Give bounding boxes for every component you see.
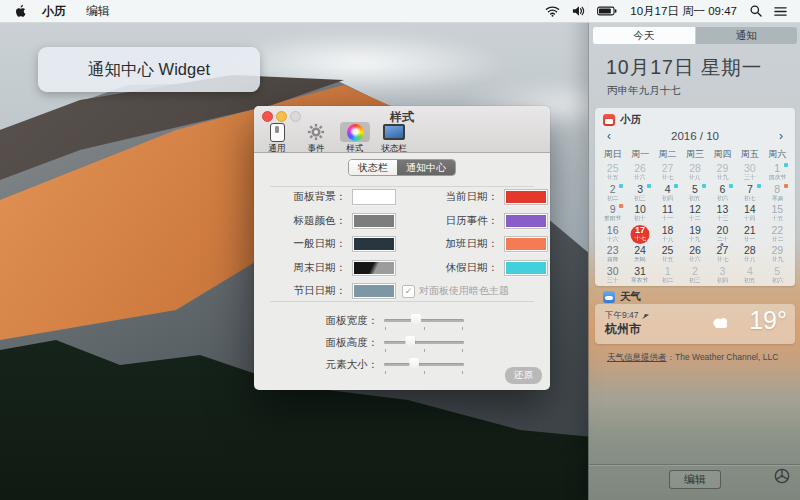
calendar-cell[interactable]: 9重阳节: [599, 204, 626, 225]
next-month-button[interactable]: ›: [773, 129, 789, 143]
calendar-cell[interactable]: 25廿五: [654, 245, 681, 266]
segment-statusbar[interactable]: 状态栏: [349, 160, 397, 175]
calendar-cell[interactable]: 30三十: [599, 266, 626, 287]
menu-item-edit[interactable]: 编辑: [76, 0, 120, 22]
calendar-cell[interactable]: 31寒衣节: [626, 266, 653, 287]
calendar-cell[interactable]: 15十五: [764, 204, 791, 225]
color-well-current-date[interactable]: [504, 189, 548, 205]
calendar-cell[interactable]: 27廿七: [709, 245, 736, 266]
notification-center-tabs: 今天 通知: [593, 27, 797, 44]
color-well-holiday-date[interactable]: [504, 260, 548, 276]
toolbar-item-statusbar[interactable]: 状态栏: [376, 122, 412, 155]
wifi-icon[interactable]: [542, 0, 563, 22]
toolbar-item-general[interactable]: 通用: [259, 122, 295, 155]
color-well-weekend-date[interactable]: [352, 260, 396, 276]
calendar-cell[interactable]: 19十九: [681, 225, 708, 246]
widget-store-icon[interactable]: [773, 467, 791, 485]
calendar-cell[interactable]: 20二十: [709, 225, 736, 246]
calendar-cell-today[interactable]: 17十七: [626, 225, 653, 246]
calendar-cell[interactable]: 30三十: [736, 163, 763, 184]
tab-today[interactable]: 今天: [593, 27, 695, 44]
apple-menu-icon[interactable]: [0, 4, 32, 18]
calendar-cell[interactable]: 16十六: [599, 225, 626, 246]
calendar-cell[interactable]: 28廿八: [681, 163, 708, 184]
calendar-cell[interactable]: 25廿五: [599, 163, 626, 184]
slider-thumb[interactable]: [405, 336, 415, 349]
calendar-cell[interactable]: 2初三: [681, 266, 708, 287]
calendar-cell[interactable]: 1初二: [654, 266, 681, 287]
calendar-cell[interactable]: 29廿九: [709, 163, 736, 184]
toolbar-item-events[interactable]: 事件: [298, 122, 334, 155]
calendar-cell[interactable]: 1国庆节: [764, 163, 791, 184]
edit-widgets-button[interactable]: 编辑: [669, 470, 721, 489]
today-lunar-date: 丙申年九月十七: [607, 84, 681, 98]
color-well-festival-date[interactable]: [352, 283, 396, 299]
rest-day-flag: [619, 184, 623, 188]
calendar-cell[interactable]: 29廿九: [764, 245, 791, 266]
calendar-cell[interactable]: 18十八: [654, 225, 681, 246]
calendar-app-icon: [603, 114, 615, 126]
panel-height-slider[interactable]: [384, 341, 464, 344]
rest-day-flag: [702, 184, 706, 188]
notification-center-icon[interactable]: [771, 0, 790, 22]
calendar-cell[interactable]: 5初五: [681, 184, 708, 205]
calendar-cell[interactable]: 2初二: [599, 184, 626, 205]
calendar-cell[interactable]: 11十一: [654, 204, 681, 225]
calendar-cell[interactable]: 28廿八: [736, 245, 763, 266]
calendar-cell[interactable]: 6初六: [709, 184, 736, 205]
weather-provider-link[interactable]: 天气信息提供者: [607, 352, 667, 362]
calendar-cell[interactable]: 12十二: [681, 204, 708, 225]
slider-row-panel-width: 面板宽度：: [254, 311, 550, 331]
calendar-cell[interactable]: 23霜降: [599, 245, 626, 266]
calendar-cell[interactable]: 10初十: [626, 204, 653, 225]
calendar-cell[interactable]: 4初四: [654, 184, 681, 205]
weekday-label: 周四: [709, 148, 736, 161]
spotlight-search-icon[interactable]: [747, 0, 765, 22]
slider-thumb[interactable]: [409, 358, 419, 371]
segment-notification-center[interactable]: 通知中心: [397, 160, 455, 175]
color-well-workday-date[interactable]: [504, 236, 548, 252]
slider-thumb[interactable]: [411, 314, 421, 327]
calendar-month-label: 2016 / 10: [595, 130, 795, 142]
calendar-cell[interactable]: 24天蝎: [626, 245, 653, 266]
calendar-cell[interactable]: 26廿六: [626, 163, 653, 184]
restore-button[interactable]: 还原: [505, 367, 542, 384]
calendar-cell[interactable]: 7初七: [736, 184, 763, 205]
location-arrow-icon: [642, 312, 650, 320]
calendar-cell[interactable]: 27廿七: [654, 163, 681, 184]
weather-app-icon: [603, 291, 615, 303]
menu-app-name[interactable]: 小历: [32, 0, 76, 22]
calendar-cell[interactable]: 13十三: [709, 204, 736, 225]
calendar-cell[interactable]: 5初六: [764, 266, 791, 287]
rest-day-flag: [757, 184, 761, 188]
calendar-cell[interactable]: 3初三: [626, 184, 653, 205]
calendar-cell[interactable]: 22廿二: [764, 225, 791, 246]
color-well-panel-background[interactable]: [352, 189, 396, 205]
calendar-cell[interactable]: 21廿一: [736, 225, 763, 246]
color-well-calendar-events[interactable]: [504, 213, 548, 229]
toolbar-item-style-selected[interactable]: 样式: [337, 122, 373, 155]
calendar-cell[interactable]: 26廿六: [681, 245, 708, 266]
color-well-normal-date[interactable]: [352, 236, 396, 252]
weather-widget-title: 天气: [620, 290, 641, 304]
menu-bar-clock[interactable]: 10月17日 周一 09:47: [626, 4, 741, 19]
menu-bar: 小历 编辑: [0, 0, 800, 23]
element-size-slider[interactable]: [384, 363, 464, 366]
notification-widget-label: 通知中心 Widget: [38, 47, 260, 92]
color-well-title-color[interactable]: [352, 213, 396, 229]
calendar-cell[interactable]: 14十四: [736, 204, 763, 225]
calendar-cell[interactable]: 4初五: [736, 266, 763, 287]
tab-notifications[interactable]: 通知: [696, 27, 798, 44]
calendar-month-nav: ‹ 2016 / 10 ›: [595, 130, 795, 146]
panel-width-slider[interactable]: [384, 319, 464, 322]
volume-icon[interactable]: [569, 0, 588, 22]
weather-widget[interactable]: 下午9:47 杭州市 19°: [595, 304, 795, 344]
battery-icon[interactable]: [594, 0, 620, 22]
calendar-cell[interactable]: 8寒露: [764, 184, 791, 205]
rest-day-flag: [647, 184, 651, 188]
dark-theme-checkbox[interactable]: ✓: [402, 285, 415, 298]
calendar-cell[interactable]: 3初四: [709, 266, 736, 287]
dark-theme-checkbox-row: ✓ 对面板使用暗色主题: [402, 284, 548, 298]
weekday-label: 周六: [764, 148, 791, 161]
rest-day-flag: [674, 184, 678, 188]
